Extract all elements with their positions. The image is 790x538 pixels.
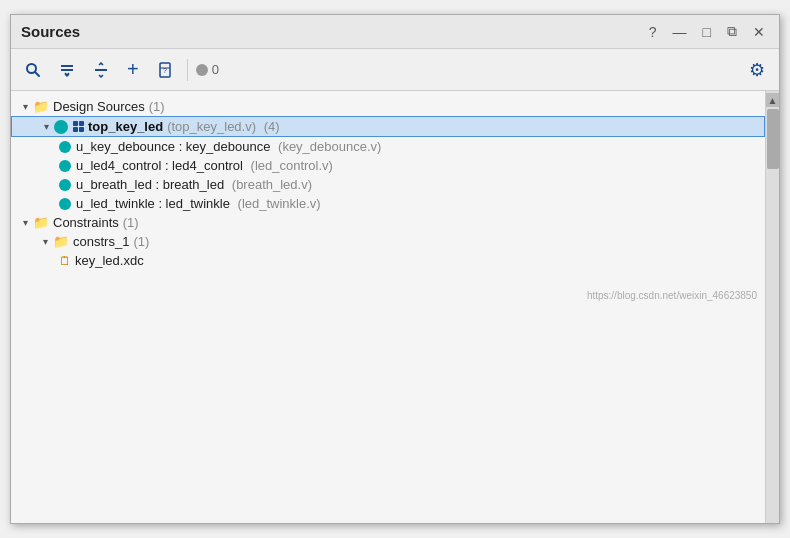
close-button[interactable]: ✕: [749, 22, 769, 42]
u-breath-led-file: (breath_led.v): [228, 177, 312, 192]
u-breath-led-dot: [59, 179, 71, 191]
constraints-folder-icon: 📁: [33, 215, 49, 230]
u-key-debounce-row[interactable]: u_key_debounce : key_debounce (key_debou…: [11, 137, 765, 156]
u-key-debounce-file: (key_debounce.v): [274, 139, 381, 154]
restore-button[interactable]: ⧉: [723, 21, 741, 42]
constraints-label: Constraints: [53, 215, 119, 230]
constraints-row[interactable]: ▾ 📁 Constraints (1): [11, 213, 765, 232]
key-led-xdc-label: key_led.xdc: [75, 253, 144, 268]
scrollbar-thumb[interactable]: [767, 109, 779, 169]
svg-line-1: [35, 72, 39, 76]
watermark: https://blog.csdn.net/weixin_46623850: [11, 270, 765, 305]
u-led4-control-dot: [59, 160, 71, 172]
u-breath-led-label: u_breath_led : breath_led: [76, 177, 224, 192]
u-led4-control-row[interactable]: u_led4_control : led4_control (led_contr…: [11, 156, 765, 175]
u-key-debounce-label: u_key_debounce : key_debounce: [76, 139, 270, 154]
u-led4-control-label: u_led4_control : led4_control: [76, 158, 243, 173]
top-key-led-count: (4): [260, 119, 280, 134]
constrs-1-count: (1): [133, 234, 149, 249]
minimize-button[interactable]: —: [669, 22, 691, 42]
key-led-xdc-row[interactable]: 🗒 key_led.xdc: [11, 251, 765, 270]
u-breath-led-row[interactable]: u_breath_led : breath_led (breath_led.v): [11, 175, 765, 194]
svg-text:?: ?: [163, 67, 167, 74]
file-button[interactable]: ?: [151, 58, 179, 82]
module-grid-icon: [73, 121, 84, 132]
design-sources-folder-icon: 📁: [33, 99, 49, 114]
constrs-1-label: constrs_1: [73, 234, 129, 249]
toolbar-separator: [187, 59, 188, 81]
status-dot-icon: [196, 64, 208, 76]
constrs-1-row[interactable]: ▾ 📁 constrs_1 (1): [11, 232, 765, 251]
u-led-twinkle-file: (led_twinkle.v): [234, 196, 321, 211]
u-led-twinkle-label: u_led_twinkle : led_twinkle: [76, 196, 230, 211]
collapse-all-button[interactable]: [53, 58, 81, 82]
top-key-led-label: top_key_led: [88, 119, 163, 134]
top-key-led-chevron[interactable]: ▾: [40, 121, 52, 132]
u-led4-control-file: (led_control.v): [247, 158, 333, 173]
expand-icon: [93, 62, 109, 78]
collapse-all-icon: [59, 62, 75, 78]
constrs-1-folder-icon: 📁: [53, 234, 69, 249]
window-title: Sources: [21, 23, 80, 40]
u-key-debounce-dot: [59, 141, 71, 153]
scrollbar[interactable]: ▲: [765, 91, 779, 523]
tree-panel: ▾ 📁 Design Sources (1) ▾ top_key_led (to…: [11, 91, 765, 523]
file-icon: ?: [157, 62, 173, 78]
top-key-led-row[interactable]: ▾ top_key_led (top_key_led.v) (4): [11, 116, 765, 137]
toolbar: + ? 0 ⚙: [11, 49, 779, 91]
gear-button[interactable]: ⚙: [743, 55, 771, 85]
title-bar-controls: ? — □ ⧉ ✕: [645, 21, 769, 42]
help-button[interactable]: ?: [645, 22, 661, 42]
scrollbar-up-button[interactable]: ▲: [766, 93, 780, 107]
maximize-button[interactable]: □: [699, 22, 715, 42]
add-button[interactable]: +: [121, 54, 145, 85]
constrs-1-chevron[interactable]: ▾: [39, 236, 51, 247]
design-sources-count: (1): [149, 99, 165, 114]
sources-window: Sources ? — □ ⧉ ✕: [10, 14, 780, 524]
top-key-led-dot: [54, 120, 68, 134]
xdc-file-icon: 🗒: [59, 254, 71, 268]
constraints-chevron[interactable]: ▾: [19, 217, 31, 228]
top-key-led-file: (top_key_led.v): [167, 119, 256, 134]
design-sources-label: Design Sources: [53, 99, 145, 114]
title-bar: Sources ? — □ ⧉ ✕: [11, 15, 779, 49]
u-led-twinkle-row[interactable]: u_led_twinkle : led_twinkle (led_twinkle…: [11, 194, 765, 213]
search-icon: [25, 62, 41, 78]
status-count: 0: [212, 62, 219, 77]
expand-button[interactable]: [87, 58, 115, 82]
content-area: ▾ 📁 Design Sources (1) ▾ top_key_led (to…: [11, 91, 779, 523]
design-sources-chevron[interactable]: ▾: [19, 101, 31, 112]
constraints-count: (1): [123, 215, 139, 230]
u-led-twinkle-dot: [59, 198, 71, 210]
toolbar-status: 0: [196, 62, 219, 77]
search-button[interactable]: [19, 58, 47, 82]
design-sources-row[interactable]: ▾ 📁 Design Sources (1): [11, 97, 765, 116]
